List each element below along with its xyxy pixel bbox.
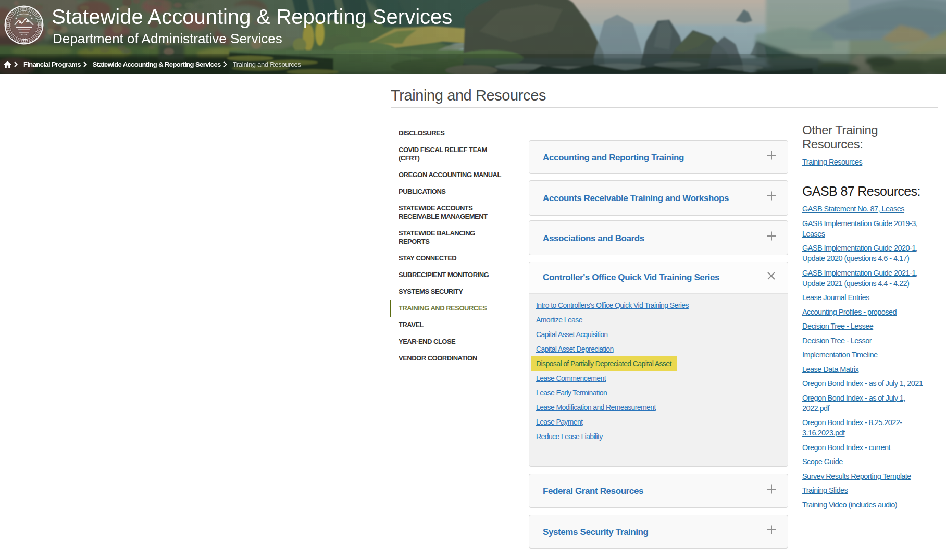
svg-text:1859: 1859 [20,38,28,42]
